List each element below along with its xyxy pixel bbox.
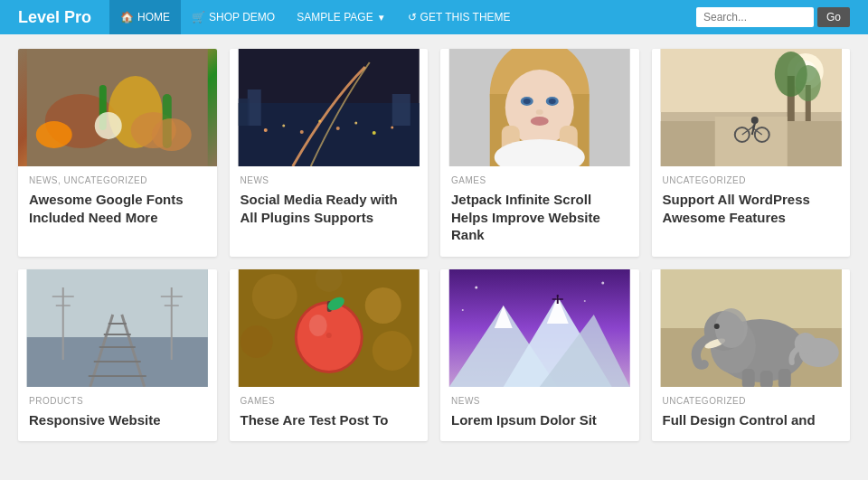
- svg-rect-21: [238, 99, 249, 126]
- svg-point-42: [795, 65, 820, 101]
- post-title-3: Jetpack Infinite Scroll Helps Improve We…: [451, 191, 628, 244]
- svg-point-69: [251, 274, 297, 319]
- post-body-3: GAMES Jetpack Infinite Scroll Helps Impr…: [440, 166, 639, 257]
- posts-grid-row2: PRODUCTS Responsive Website: [18, 269, 850, 442]
- svg-rect-94: [660, 269, 841, 328]
- svg-point-71: [240, 325, 272, 358]
- post-image-5: [18, 269, 217, 387]
- post-image-7: [440, 269, 639, 387]
- post-category-7: NEWS: [451, 396, 628, 406]
- svg-point-30: [536, 109, 543, 115]
- svg-point-29: [549, 99, 556, 104]
- svg-point-16: [354, 122, 357, 125]
- post-image-8: [652, 269, 851, 387]
- post-body-1: NEWS, UNCATEGORIZED Awesome Google Fonts…: [18, 166, 217, 239]
- search-input[interactable]: [696, 7, 814, 27]
- post-title-2: Social Media Ready with All Plugins Supp…: [241, 191, 418, 226]
- svg-point-17: [372, 131, 375, 135]
- nav-theme-label: GET THIS THEME: [420, 11, 511, 24]
- post-card-6[interactable]: GAMES These Are Test Post To: [230, 269, 429, 442]
- post-category-8: UNCATEGORIZED: [663, 396, 840, 406]
- post-image-4: [652, 49, 851, 166]
- svg-rect-44: [714, 117, 787, 166]
- post-card-7[interactable]: NEWS Lorem Ipsum Dolor Sit: [440, 269, 639, 442]
- svg-rect-19: [247, 89, 260, 126]
- svg-point-89: [475, 286, 477, 288]
- svg-point-18: [391, 127, 393, 129]
- post-title-4: Support All WordPress Awesome Features: [663, 191, 840, 226]
- site-logo[interactable]: Level Pro: [18, 8, 91, 27]
- post-title-1: Awesome Google Fonts Included Need More: [29, 191, 206, 226]
- post-category-4: UNCATEGORIZED: [663, 175, 840, 185]
- svg-point-91: [584, 300, 586, 302]
- svg-point-76: [308, 315, 326, 336]
- svg-rect-104: [778, 369, 790, 387]
- svg-rect-20: [392, 94, 410, 126]
- post-title-8: Full Design Control and: [663, 411, 840, 429]
- header: Level Pro 🏠 HOME 🛒 SHOP DEMO SAMPLE PAGE…: [0, 0, 868, 34]
- post-category-6: GAMES: [241, 396, 418, 406]
- chevron-down-icon: ▼: [377, 13, 386, 23]
- svg-point-12: [282, 125, 285, 127]
- svg-point-70: [364, 287, 401, 324]
- svg-point-11: [263, 128, 267, 132]
- post-body-6: GAMES These Are Test Post To: [230, 387, 429, 442]
- svg-point-6: [36, 121, 72, 148]
- svg-point-28: [524, 99, 531, 104]
- post-body-8: UNCATEGORIZED Full Design Control and: [652, 387, 851, 442]
- svg-point-15: [335, 127, 339, 130]
- svg-point-13: [299, 130, 303, 134]
- post-card-1[interactable]: NEWS, UNCATEGORIZED Awesome Google Fonts…: [18, 49, 217, 257]
- post-image-6: [230, 269, 429, 387]
- post-image-1: [18, 49, 217, 166]
- post-image-2: [230, 49, 429, 166]
- refresh-icon: ↺: [408, 11, 417, 24]
- nav-home-label: HOME: [137, 11, 170, 24]
- search-button[interactable]: Go: [817, 7, 850, 27]
- main-nav: 🏠 HOME 🛒 SHOP DEMO SAMPLE PAGE ▼ ↺ GET T…: [109, 0, 696, 34]
- post-card-2[interactable]: NEWS Social Media Ready with All Plugins…: [230, 49, 429, 257]
- nav-shop-demo[interactable]: 🛒 SHOP DEMO: [181, 0, 286, 34]
- svg-point-72: [372, 331, 411, 371]
- svg-point-79: [326, 333, 331, 338]
- nav-sample-page[interactable]: SAMPLE PAGE ▼: [286, 0, 396, 34]
- posts-grid-row1: NEWS, UNCATEGORIZED Awesome Google Fonts…: [18, 49, 850, 257]
- nav-get-theme[interactable]: ↺ GET THIS THEME: [397, 0, 522, 34]
- post-category-1: NEWS, UNCATEGORIZED: [29, 175, 206, 185]
- svg-rect-53: [27, 269, 208, 337]
- post-card-3[interactable]: GAMES Jetpack Infinite Scroll Helps Impr…: [440, 49, 639, 257]
- svg-rect-103: [760, 371, 772, 387]
- post-card-5[interactable]: PRODUCTS Responsive Website: [18, 269, 217, 442]
- post-card-4[interactable]: UNCATEGORIZED Support All WordPress Awes…: [652, 49, 851, 257]
- svg-point-100: [714, 308, 747, 348]
- post-category-3: GAMES: [451, 175, 628, 185]
- svg-point-31: [531, 117, 549, 126]
- nav-home[interactable]: 🏠 HOME: [109, 0, 181, 34]
- svg-rect-102: [741, 369, 754, 387]
- post-body-5: PRODUCTS Responsive Website: [18, 387, 217, 442]
- post-category-2: NEWS: [241, 175, 418, 185]
- search-area: Go: [696, 7, 850, 27]
- post-body-7: NEWS Lorem Ipsum Dolor Sit: [440, 387, 639, 442]
- nav-sample-label: SAMPLE PAGE: [297, 11, 373, 24]
- cart-icon: 🛒: [192, 11, 205, 24]
- svg-point-90: [601, 281, 604, 284]
- post-category-5: PRODUCTS: [29, 396, 206, 406]
- svg-point-5: [95, 112, 122, 139]
- svg-point-8: [152, 118, 192, 151]
- post-body-4: UNCATEGORIZED Support All WordPress Awes…: [652, 166, 851, 239]
- svg-point-101: [713, 324, 719, 329]
- post-title-7: Lorem Ipsum Dolor Sit: [451, 411, 628, 429]
- svg-point-50: [750, 117, 758, 124]
- post-title-6: These Are Test Post To: [241, 411, 418, 429]
- home-icon: 🏠: [120, 11, 134, 24]
- post-image-3: [440, 49, 639, 166]
- main-content: NEWS, UNCATEGORIZED Awesome Google Fonts…: [0, 34, 868, 456]
- svg-point-92: [462, 309, 464, 311]
- post-body-2: NEWS Social Media Ready with All Plugins…: [230, 166, 429, 239]
- post-title-5: Responsive Website: [29, 411, 206, 429]
- nav-shop-label: SHOP DEMO: [209, 11, 275, 24]
- post-card-8[interactable]: UNCATEGORIZED Full Design Control and: [652, 269, 851, 442]
